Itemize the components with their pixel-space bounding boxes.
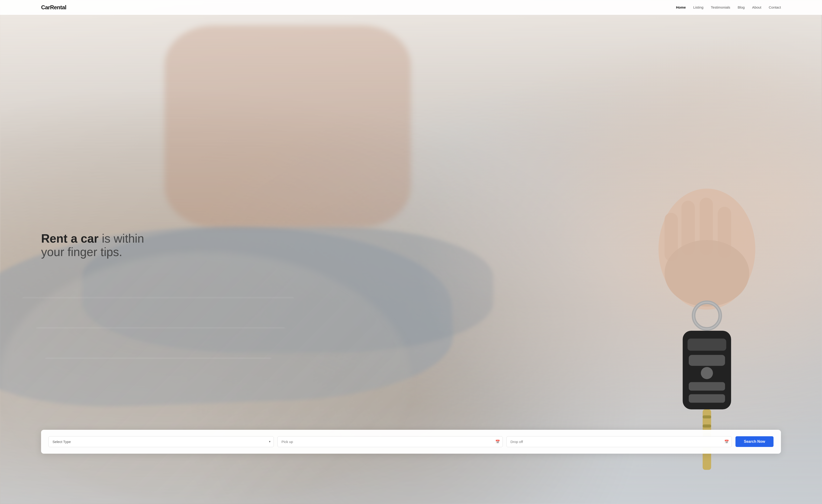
- nav-link-listing[interactable]: Listing: [693, 5, 704, 9]
- nav-item-testimonials[interactable]: Testimonials: [711, 5, 730, 10]
- svg-rect-11: [689, 382, 725, 391]
- nav-link-contact[interactable]: Contact: [769, 5, 781, 9]
- parking-lines: [0, 277, 452, 378]
- svg-point-5: [665, 240, 749, 307]
- svg-point-10: [701, 367, 713, 379]
- parking-line-2: [36, 328, 285, 329]
- navbar: CarRental Home Listing Testimonials Blog…: [0, 0, 822, 15]
- svg-rect-15: [703, 424, 711, 428]
- dropoff-input[interactable]: [506, 436, 732, 447]
- headline-bold: Rent a car: [41, 232, 99, 245]
- hero-section: CarRental Home Listing Testimonials Blog…: [0, 0, 822, 504]
- search-now-button[interactable]: Search Now: [736, 436, 774, 447]
- nav-item-home[interactable]: Home: [676, 5, 686, 10]
- hero-headline: Rent a car is within: [41, 232, 144, 245]
- nav-item-contact[interactable]: Contact: [769, 5, 781, 10]
- nav-link-about[interactable]: About: [752, 5, 761, 9]
- svg-rect-14: [703, 415, 711, 418]
- nav-link-blog[interactable]: Blog: [738, 5, 745, 9]
- hero-content: Rent a car is within your finger tips.: [41, 232, 144, 269]
- nav-link-home[interactable]: Home: [676, 5, 686, 9]
- svg-rect-9: [689, 355, 725, 366]
- nav-item-blog[interactable]: Blog: [738, 5, 745, 10]
- nav-item-listing[interactable]: Listing: [693, 5, 704, 10]
- nav-item-about[interactable]: About: [752, 5, 761, 10]
- nav-link-testimonials[interactable]: Testimonials: [711, 5, 730, 9]
- search-box: Select Type Economy Sedan SUV Luxury Van…: [41, 430, 781, 454]
- pickup-input[interactable]: [278, 436, 503, 447]
- brand-logo: CarRental: [41, 4, 66, 11]
- parking-line-3: [45, 358, 272, 359]
- nav-links: Home Listing Testimonials Blog About Con…: [676, 5, 781, 10]
- svg-rect-12: [689, 394, 725, 403]
- parking-line-1: [22, 297, 294, 298]
- select-type-field: Select Type Economy Sedan SUV Luxury Van…: [48, 436, 274, 447]
- headline-light: is within: [99, 232, 144, 245]
- dropoff-field: 📅: [506, 436, 732, 447]
- select-type-dropdown[interactable]: Select Type Economy Sedan SUV Luxury Van: [48, 436, 274, 447]
- pickup-field: 📅: [278, 436, 503, 447]
- svg-rect-8: [688, 339, 726, 351]
- hero-subtitle: your finger tips.: [41, 245, 144, 259]
